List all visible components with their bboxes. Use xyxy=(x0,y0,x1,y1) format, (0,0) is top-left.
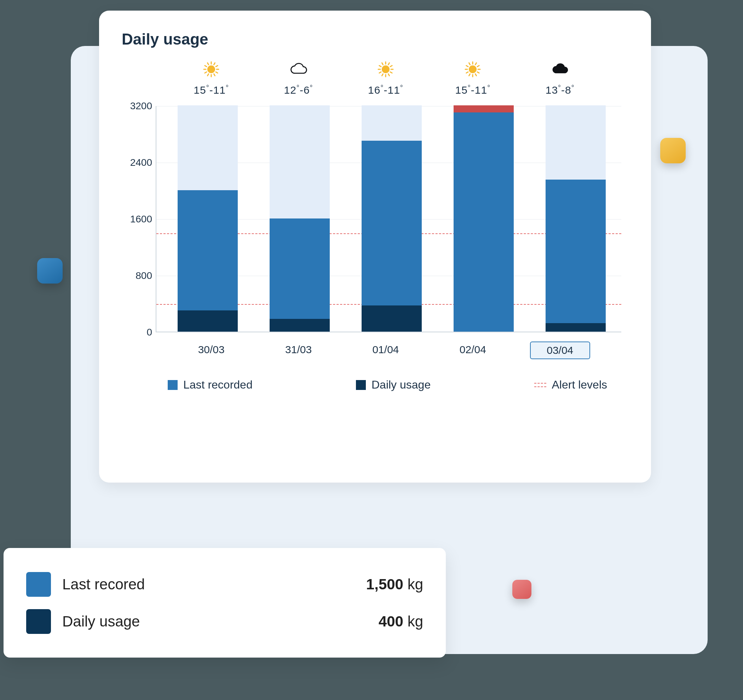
svg-line-15 xyxy=(390,72,392,73)
svg-line-25 xyxy=(390,66,392,67)
bar[interactable] xyxy=(546,105,606,332)
y-tick-label: 1600 xyxy=(121,214,152,225)
svg-line-35 xyxy=(469,63,470,65)
svg-line-24 xyxy=(388,63,389,65)
svg-line-16 xyxy=(388,74,389,76)
weather-temp: 12°-6° xyxy=(284,84,313,96)
svg-line-37 xyxy=(475,63,477,65)
sun-icon xyxy=(463,59,483,79)
weather-temp: 15°-11° xyxy=(455,84,490,96)
svg-line-8 xyxy=(205,66,207,67)
summary-value: 400 kg xyxy=(379,613,423,630)
weather-temp: 15°-11° xyxy=(194,84,229,96)
y-tick-label: 3200 xyxy=(121,100,152,112)
x-axis-label[interactable]: 30/03 xyxy=(181,341,241,359)
summary-card: Last recored 1,500 kg Daily usage 400 kg xyxy=(3,548,446,657)
swatch-icon xyxy=(26,572,51,597)
legend-daily-usage: Daily usage xyxy=(356,378,431,391)
legend-label: Alert levels xyxy=(552,378,607,391)
weather-cell: 15°-11° xyxy=(443,59,503,96)
legend-label: Last recorded xyxy=(183,378,253,391)
summary-row-daily-usage: Daily usage 400 kg xyxy=(26,609,423,634)
svg-line-28 xyxy=(477,72,479,73)
chart-plot-area: 0800160024003200 xyxy=(156,106,621,332)
svg-line-2 xyxy=(216,72,218,73)
svg-point-0 xyxy=(207,65,215,73)
weather-cell: 12°-6° xyxy=(269,59,329,96)
sun-icon xyxy=(376,59,395,79)
y-tick-label: 2400 xyxy=(121,157,152,168)
x-axis-labels: 30/0331/0301/0402/0403/04 xyxy=(122,341,628,359)
svg-line-21 xyxy=(379,66,381,67)
swatch-icon xyxy=(26,609,51,634)
summary-label: Last recored xyxy=(62,576,355,593)
svg-line-34 xyxy=(466,66,468,67)
svg-line-38 xyxy=(477,66,479,67)
bar[interactable] xyxy=(178,105,238,332)
decorative-chip-yellow xyxy=(660,138,686,163)
svg-line-22 xyxy=(382,63,383,65)
y-tick-label: 0 xyxy=(121,327,152,338)
svg-line-3 xyxy=(214,74,215,76)
x-axis-label[interactable]: 31/03 xyxy=(269,341,329,359)
weather-cell: 16°-11° xyxy=(355,59,416,96)
svg-line-19 xyxy=(379,72,381,73)
weather-cell: 15°-11° xyxy=(181,59,241,96)
svg-point-26 xyxy=(469,65,477,73)
sun-icon xyxy=(201,59,221,79)
summary-row-last-recorded: Last recored 1,500 kg xyxy=(26,572,423,597)
legend-last-recorded: Last recorded xyxy=(168,378,253,391)
legend-label: Daily usage xyxy=(372,378,431,391)
svg-line-12 xyxy=(216,66,218,67)
svg-line-11 xyxy=(214,63,215,65)
x-axis-label[interactable]: 03/04 xyxy=(530,341,590,359)
legend-alert-levels: Alert levels xyxy=(534,378,607,391)
svg-line-9 xyxy=(208,63,209,65)
y-tick-label: 800 xyxy=(121,270,152,281)
x-axis-label[interactable]: 02/04 xyxy=(443,341,503,359)
cloud-outline-icon xyxy=(289,59,308,79)
svg-point-13 xyxy=(382,65,389,73)
daily-usage-card: Daily usage 15°-11° 12°-6° 16°-11° 15°-1… xyxy=(99,10,651,483)
weather-cell: 13°-8° xyxy=(530,59,590,96)
svg-line-31 xyxy=(469,74,470,76)
summary-label: Daily usage xyxy=(62,613,367,630)
svg-line-32 xyxy=(466,72,468,73)
bar[interactable] xyxy=(454,105,514,332)
svg-line-29 xyxy=(475,74,477,76)
cloud-solid-icon xyxy=(550,59,570,79)
weather-temp: 16°-11° xyxy=(368,84,403,96)
weather-temp: 13°-8° xyxy=(546,84,574,96)
weather-row: 15°-11° 12°-6° 16°-11° 15°-11° 13°-8° xyxy=(122,59,628,96)
svg-line-5 xyxy=(208,74,209,76)
swatch-icon xyxy=(168,380,178,390)
chart-title: Daily usage xyxy=(122,30,628,48)
decorative-chip-red xyxy=(512,580,531,599)
chart-legend: Last recorded Daily usage Alert levels xyxy=(122,378,628,391)
swatch-icon xyxy=(356,380,366,390)
decorative-chip-blue xyxy=(37,258,63,284)
x-axis-label[interactable]: 01/04 xyxy=(355,341,416,359)
svg-line-18 xyxy=(382,74,383,76)
summary-value: 1,500 kg xyxy=(366,576,423,593)
alert-line-icon xyxy=(534,381,546,388)
svg-line-6 xyxy=(205,72,207,73)
bar[interactable] xyxy=(361,105,422,332)
bar[interactable] xyxy=(269,105,330,332)
